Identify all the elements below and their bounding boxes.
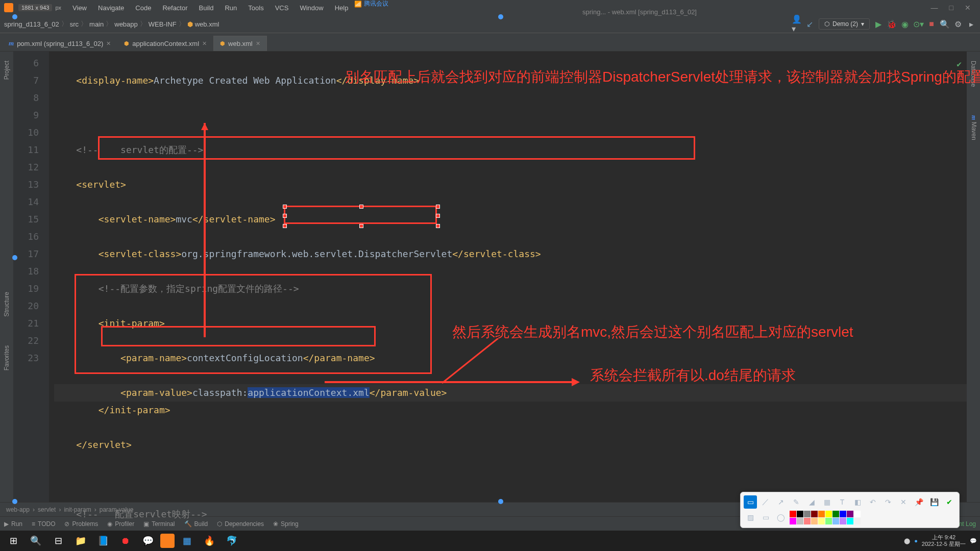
taskbar-clock[interactable]: 上午 9:42 2022-12-5 星期一 bbox=[922, 534, 966, 547]
crop-handle-icon[interactable] bbox=[498, 499, 503, 504]
notification-icon[interactable]: 💬 bbox=[970, 538, 977, 544]
breadcrumb-item[interactable]: web.xml bbox=[195, 20, 219, 28]
record-icon[interactable]: ⏺ bbox=[115, 532, 136, 550]
menu-tools[interactable]: Tools bbox=[243, 2, 268, 14]
redo-icon[interactable]: ↷ bbox=[881, 495, 895, 509]
fill-tool-icon[interactable]: ▨ bbox=[744, 511, 757, 524]
settings-icon[interactable]: ⚙ bbox=[953, 19, 963, 29]
tray-icon[interactable]: ● bbox=[914, 538, 918, 544]
breadcrumb-item[interactable]: main bbox=[89, 20, 104, 28]
color-swatch[interactable] bbox=[818, 518, 825, 524]
menu-build[interactable]: Build bbox=[194, 2, 219, 14]
rect-tool-icon[interactable]: ▭ bbox=[744, 495, 757, 509]
color-swatch[interactable] bbox=[840, 511, 846, 517]
user-icon[interactable]: 👤▾ bbox=[792, 19, 801, 29]
color-swatch[interactable] bbox=[832, 518, 839, 524]
rect-shape-icon[interactable]: ▭ bbox=[759, 511, 772, 524]
coverage-icon[interactable]: ◉ bbox=[900, 19, 910, 29]
arrow-tool-icon[interactable]: ↗ bbox=[774, 495, 788, 509]
crop-handle-icon[interactable] bbox=[12, 499, 17, 504]
maven-tool-tab[interactable]: m Maven bbox=[969, 111, 978, 144]
color-swatch[interactable] bbox=[832, 511, 839, 517]
todo-tool[interactable]: ≡ TODO bbox=[32, 520, 55, 528]
search-taskbar-icon[interactable]: 🔍 bbox=[26, 532, 46, 550]
database-tool-tab[interactable]: Database bbox=[969, 57, 978, 91]
color-swatch[interactable] bbox=[790, 518, 796, 524]
color-swatch[interactable] bbox=[811, 518, 818, 524]
run-icon[interactable]: ▶ bbox=[874, 19, 883, 29]
selection-handle[interactable] bbox=[436, 224, 440, 228]
menu-run[interactable]: Run bbox=[219, 2, 242, 14]
menu-window[interactable]: Window bbox=[295, 2, 328, 14]
start-button[interactable]: ⊞ bbox=[3, 532, 23, 550]
run-config-dropdown[interactable]: ⬡ Demo (2) ▾ bbox=[819, 18, 870, 30]
undo-icon[interactable]: ↶ bbox=[866, 495, 879, 509]
app-icon[interactable]: 🐬 bbox=[222, 532, 242, 550]
eraser-tool-icon[interactable]: ◧ bbox=[851, 495, 864, 509]
crop-handle-icon[interactable] bbox=[498, 14, 503, 19]
search-icon[interactable]: 🔍 bbox=[940, 19, 949, 29]
inspection-ok-icon[interactable]: ✔ bbox=[957, 56, 962, 73]
tray-icon[interactable]: ⬤ bbox=[904, 538, 910, 544]
tab-pom[interactable]: mpom.xml (spring_d113_6_02)✕ bbox=[2, 35, 117, 51]
menu-refactor[interactable]: Refactor bbox=[157, 2, 192, 14]
close-button[interactable]: ✕ bbox=[960, 4, 976, 12]
selection-handle[interactable] bbox=[436, 205, 440, 209]
color-swatch[interactable] bbox=[847, 518, 853, 524]
selection-handle[interactable] bbox=[359, 224, 363, 228]
tencent-meeting-icon[interactable]: ▦ bbox=[177, 532, 197, 550]
breadcrumb-item[interactable]: spring_d113_6_02 bbox=[4, 20, 59, 28]
breadcrumb-item[interactable]: web-app bbox=[6, 506, 30, 513]
confirm-icon[interactable]: ✔ bbox=[943, 495, 956, 509]
mosaic-tool-icon[interactable]: ▦ bbox=[820, 495, 834, 509]
app-icon[interactable]: 🔥 bbox=[199, 532, 219, 550]
project-tool-tab[interactable]: Project bbox=[2, 57, 11, 84]
close-icon[interactable]: ✕ bbox=[202, 40, 207, 47]
minimize-button[interactable]: — bbox=[926, 4, 943, 12]
close-icon[interactable]: ✕ bbox=[256, 40, 260, 47]
pin-icon[interactable]: 📌 bbox=[912, 495, 925, 509]
color-swatch[interactable] bbox=[790, 511, 796, 517]
favorites-tool-tab[interactable]: Favorites bbox=[2, 341, 11, 374]
explorer-icon[interactable]: 📁 bbox=[70, 532, 91, 550]
tab-appcontext[interactable]: ⬢applicationContext.xml✕ bbox=[117, 36, 213, 51]
stop-icon[interactable]: ■ bbox=[927, 19, 936, 29]
color-swatch[interactable] bbox=[797, 511, 803, 517]
profile-icon[interactable]: ⊙▾ bbox=[914, 19, 923, 29]
close-icon[interactable]: ✕ bbox=[106, 40, 111, 47]
breadcrumb-item[interactable]: webapp bbox=[114, 20, 138, 28]
color-swatch[interactable] bbox=[804, 511, 811, 517]
cancel-icon[interactable]: ✕ bbox=[897, 495, 910, 509]
menu-vcs[interactable]: VCS bbox=[270, 2, 294, 14]
save-icon[interactable]: 💾 bbox=[927, 495, 941, 509]
selection-handle[interactable] bbox=[436, 214, 440, 218]
menu-help[interactable]: Help bbox=[330, 2, 354, 14]
ellipse-shape-icon[interactable]: ◯ bbox=[774, 511, 788, 524]
selection-handle[interactable] bbox=[283, 224, 287, 228]
notepad-icon[interactable]: 📘 bbox=[93, 532, 113, 550]
breadcrumb-item[interactable]: WEB-INF bbox=[149, 20, 177, 28]
line-tool-icon[interactable]: ／ bbox=[759, 495, 772, 509]
selection-handle[interactable] bbox=[283, 205, 287, 209]
color-swatch[interactable] bbox=[854, 518, 861, 524]
color-swatch[interactable] bbox=[797, 518, 803, 524]
pen-tool-icon[interactable]: ✎ bbox=[790, 495, 803, 509]
maximize-button[interactable]: □ bbox=[944, 4, 959, 12]
crop-handle-icon[interactable] bbox=[12, 14, 17, 19]
build-icon[interactable]: ↙ bbox=[805, 19, 815, 29]
color-palette[interactable] bbox=[790, 511, 861, 524]
menu-view[interactable]: View bbox=[67, 2, 92, 14]
intellij-icon[interactable] bbox=[160, 534, 175, 548]
task-view-icon[interactable]: ⊟ bbox=[48, 532, 68, 550]
color-swatch[interactable] bbox=[840, 518, 846, 524]
color-swatch[interactable] bbox=[804, 518, 811, 524]
text-tool-icon[interactable]: T bbox=[836, 495, 849, 509]
crop-handle-icon[interactable] bbox=[12, 255, 17, 260]
color-swatch[interactable] bbox=[825, 518, 832, 524]
structure-tool-tab[interactable]: Structure bbox=[2, 288, 11, 321]
code-editor[interactable]: <display-name>Archetype Created Web Appl… bbox=[49, 52, 967, 502]
color-swatch[interactable] bbox=[825, 511, 832, 517]
menu-navigate[interactable]: Navigate bbox=[93, 2, 129, 14]
breadcrumb-item[interactable]: src bbox=[70, 20, 79, 28]
wechat-icon[interactable]: 💬 bbox=[138, 532, 158, 550]
